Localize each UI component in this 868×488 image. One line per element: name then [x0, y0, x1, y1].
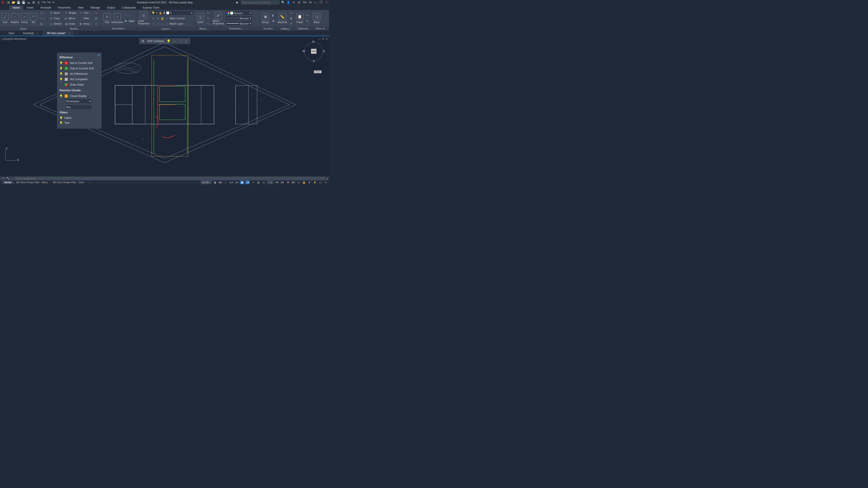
panel-layers-title[interactable]: Layers	[161, 27, 170, 30]
base-button[interactable]: ◳Base	[312, 13, 321, 24]
filter-text[interactable]: 💡Text	[59, 121, 99, 125]
isolate-icon[interactable]: ☰	[307, 181, 311, 184]
vp-minimize-icon[interactable]: —	[318, 37, 321, 41]
color-swatch-red[interactable]	[64, 61, 68, 65]
bulb-icon[interactable]: 💡	[59, 67, 63, 70]
panel-modify-title[interactable]: Modify	[70, 27, 79, 30]
panel-groups-title[interactable]: Groups	[264, 27, 273, 30]
cloud-display-row[interactable]: 💡Cloud Display	[59, 93, 99, 99]
cycling-icon[interactable]: 人	[262, 181, 266, 184]
model-space-toggle[interactable]: MODEL	[200, 181, 212, 184]
viewcube-top[interactable]: TOP	[311, 49, 316, 54]
ucs-icon[interactable]: YX	[3, 147, 19, 163]
offset-button[interactable]: ⊂	[94, 21, 99, 26]
layer-properties-button[interactable]: ☰Layer Properties	[137, 11, 150, 25]
bulb-icon[interactable]: 💡	[59, 121, 63, 125]
bulb-icon[interactable]: 💡	[59, 116, 63, 120]
wcs-badge[interactable]: WCS	[314, 70, 321, 73]
otrack-icon[interactable]: ▢▾	[246, 181, 250, 184]
ribbon-tab-collaborate[interactable]: Collaborate	[119, 5, 139, 10]
polar-icon[interactable]: ◴▾	[229, 181, 233, 184]
polyline-button[interactable]: ⟋Polyline	[10, 13, 20, 24]
panel-properties-title[interactable]: Properties	[229, 27, 242, 30]
diff-row-not-in-current[interactable]: 💡Not in Current Xref	[59, 60, 99, 66]
layout-tab-model[interactable]: Model	[2, 181, 13, 184]
table-button[interactable]: ▦Table	[123, 19, 135, 24]
open-icon[interactable]: 📂	[12, 1, 16, 4]
diff-row-no-differences[interactable]: 💡No Differences	[59, 71, 99, 76]
workspace-icon[interactable]: ⊕▾	[280, 181, 284, 184]
isodraft-icon[interactable]: ∠▾	[235, 181, 239, 184]
viewcube-w[interactable]: W	[303, 50, 305, 53]
move-button[interactable]: ✥Move	[49, 10, 63, 15]
close-icon[interactable]: ×	[37, 32, 38, 35]
layer-dropdown[interactable]: 💡 ☀ 🔓 🖶 0 ▾	[151, 10, 193, 15]
filter-hatch[interactable]: 💡Hatch	[59, 116, 99, 121]
ribbon-tab-output[interactable]: Output	[104, 5, 118, 10]
file-tab-drawing1[interactable]: Drawing1×	[19, 31, 42, 36]
viewport-label[interactable]: [–][Top][2D Wireframe]	[1, 37, 26, 40]
app-logo[interactable]: A	[1, 0, 5, 4]
gear-icon[interactable]: ✲▾	[275, 181, 279, 184]
cloud-size-input[interactable]	[65, 105, 92, 109]
panel-utilities-title[interactable]: Utilities	[281, 27, 290, 30]
osnap-icon[interactable]: ▣	[240, 181, 244, 184]
ribbon-tab-parametric[interactable]: Parametric	[55, 5, 74, 10]
circle-button[interactable]: ○Circle	[20, 13, 29, 24]
group-button[interactable]: ▣Group	[261, 13, 270, 24]
cut-button[interactable]: ✂	[305, 13, 310, 18]
units-icon[interactable]: ⊞▾	[291, 181, 295, 184]
linetype-control[interactable]: ByLayer▾	[225, 21, 252, 26]
insert-button[interactable]: ◫Insert	[196, 13, 204, 24]
grid-icon[interactable]: ▦	[213, 181, 217, 184]
calc-button[interactable]: 🖩	[289, 16, 294, 21]
rect-button[interactable]: ▭	[39, 10, 46, 15]
cmd-handle-icon[interactable]: ⠿	[1, 177, 3, 180]
drawing-viewport[interactable]: [–][Top][2D Wireframe] — ❐ ✕ ⚙ Xref Comp…	[0, 37, 329, 176]
new-icon[interactable]: ▤	[7, 1, 10, 4]
group-edit-button[interactable]: ◨	[270, 19, 276, 24]
panel-settings-icon[interactable]: ⚙	[98, 54, 100, 57]
layer-off-button[interactable]: ☀❄🔒✓Make Current	[151, 16, 186, 21]
file-tab-start[interactable]: Start	[4, 31, 18, 35]
match-properties-button[interactable]: 🖌Match Properties	[212, 11, 225, 25]
bulb-icon[interactable]: 💡	[59, 61, 63, 65]
color-control[interactable]: ByLayer▾	[225, 11, 252, 15]
anno-scale[interactable]: 1:1	[267, 181, 274, 184]
play-icon[interactable]: ▶	[236, 1, 239, 4]
ellipse-button[interactable]: ⬭	[39, 16, 46, 21]
redo-icon[interactable]: ↷▾	[46, 1, 50, 4]
add-tab-button[interactable]: +	[74, 32, 79, 35]
ribbon-tab-manage[interactable]: Manage	[87, 5, 103, 10]
fillet-button[interactable]: ⌒Fillet	[78, 16, 92, 21]
explode-button[interactable]: ⟴	[94, 16, 99, 21]
bulb-icon[interactable]: 💡	[59, 78, 63, 81]
ribbon-tab-annotate[interactable]: Annotate	[37, 5, 54, 10]
panel-draw-title[interactable]: Draw	[20, 27, 27, 30]
match-layer-button[interactable]: ☼☼☼☼Match Layer	[151, 21, 186, 26]
saveas-icon[interactable]: 💾	[22, 1, 25, 4]
quick-props-icon[interactable]: ▭	[297, 181, 301, 184]
vp-close-icon[interactable]: ✕	[325, 37, 328, 41]
stretch-button[interactable]: ⇲Stretch	[49, 21, 63, 26]
leader-button[interactable]: ↗	[123, 13, 135, 18]
panel-block-title[interactable]: Block	[199, 27, 207, 30]
panel-view-title[interactable]: View	[315, 27, 322, 30]
command-input[interactable]	[14, 177, 325, 180]
search-input[interactable]	[241, 0, 279, 4]
copy-button[interactable]: ⧉Copy	[49, 16, 63, 21]
cart-icon[interactable]: 🛒	[298, 1, 301, 4]
customize-icon[interactable]: ≡	[324, 181, 328, 184]
share-icon[interactable]: Å▾	[303, 1, 307, 4]
print-icon[interactable]: 🖨	[37, 1, 40, 4]
cmd-wrench-icon[interactable]: 🔧	[6, 177, 9, 180]
bulb-icon[interactable]: 💡	[59, 94, 63, 98]
maximize-icon[interactable]: ❐	[319, 1, 323, 4]
lineweight-control[interactable]: ByLayer▾	[225, 16, 252, 21]
save-icon[interactable]: 💾	[17, 1, 20, 4]
undo-icon[interactable]: ↶▾	[41, 1, 45, 4]
plot-icon[interactable]: 🖶	[32, 1, 35, 4]
add-layout-button[interactable]: +	[87, 181, 92, 184]
close-icon[interactable]: ×	[68, 32, 70, 35]
cloud-shape-select[interactable]: Rectangular▾	[65, 99, 92, 104]
